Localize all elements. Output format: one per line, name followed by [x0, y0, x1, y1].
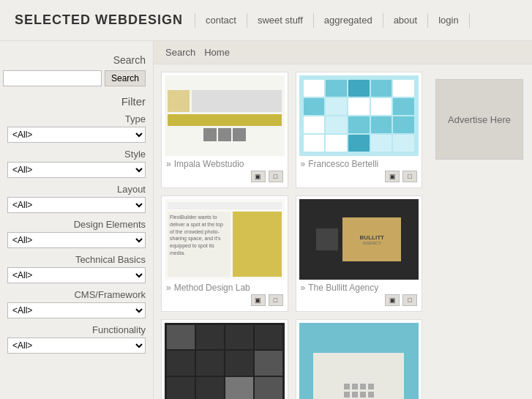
- thumb-detail: [168, 90, 282, 112]
- card-title-row-impala: »Impala Webstudio: [165, 156, 285, 171]
- search-input[interactable]: [3, 70, 102, 86]
- thumb-cell: [371, 80, 392, 97]
- filter-group-layout: Layout<All>: [7, 184, 146, 213]
- filter-label-style: Style: [7, 149, 146, 160]
- thumb-window: [344, 384, 350, 389]
- card-title-row-francesco: »Francesco Bertelli: [299, 156, 419, 171]
- thumb-cell: [304, 98, 325, 115]
- thumb-cell: [225, 377, 253, 399]
- breadcrumb-bar: SearchHome: [154, 41, 532, 64]
- card-preview-button[interactable]: ▣: [251, 171, 266, 182]
- card-actions-francesco: ▣□: [299, 171, 419, 184]
- filter-select-technical-basics[interactable]: <All>: [7, 267, 146, 283]
- gallery-card-dark-grid: ▣□: [161, 319, 288, 399]
- thumb-window: [360, 384, 366, 389]
- nav-item-aggregated[interactable]: aggregated: [314, 13, 383, 28]
- filter-label-type: Type: [7, 113, 146, 124]
- thumb-cell: [393, 98, 414, 115]
- card-title-bullitt[interactable]: The Bullitt Agency: [308, 283, 378, 293]
- filter-group-design-elements: Design Elements<All>: [7, 219, 146, 248]
- filter-select-cms-framework[interactable]: <All>: [7, 302, 146, 318]
- card-arrow-icon: »: [166, 283, 171, 293]
- thumb-detail: [168, 114, 282, 126]
- card-arrow-icon: »: [301, 283, 306, 293]
- thumb-cell: [255, 325, 282, 349]
- thumb-detail: [168, 90, 190, 112]
- filter-select-design-elements[interactable]: <All>: [7, 232, 146, 248]
- thumb-detail: [192, 90, 282, 112]
- site-title: SELECTED WEBDESIGN: [15, 12, 183, 28]
- advertise-label: Advertise Here: [448, 114, 511, 125]
- card-thumbnail-impala[interactable]: [165, 75, 285, 156]
- card-thumbnail-building[interactable]: [299, 323, 419, 399]
- filter-group-type: Type<All>: [7, 113, 146, 143]
- thumb-window: [344, 392, 350, 398]
- card-title-row-bullitt: »The Bullitt Agency: [299, 280, 419, 294]
- card-title-francesco[interactable]: Francesco Bertelli: [308, 159, 378, 169]
- card-fullscreen-button[interactable]: □: [402, 171, 417, 182]
- thumb-detail: [316, 228, 338, 250]
- nav-item-sweet-stuff[interactable]: sweet stuff: [247, 13, 314, 28]
- gallery-area: »Impala Webstudio▣□»Francesco Bertelli▣□…: [154, 64, 532, 399]
- thumb-cell: [255, 377, 282, 399]
- thumb-cell: [348, 116, 370, 133]
- nav-item-login[interactable]: login: [428, 13, 469, 28]
- card-thumbnail-bullitt[interactable]: BULLITT AGENCY: [299, 199, 419, 280]
- card-fullscreen-button[interactable]: □: [269, 294, 283, 306]
- card-preview-button[interactable]: ▣: [251, 294, 266, 306]
- card-thumbnail-method[interactable]: FlexiBuilder wants to deliver a spot at …: [165, 199, 285, 280]
- filter-group-technical-basics: Technical Basics<All>: [7, 254, 146, 283]
- thumb-window: [360, 392, 366, 398]
- thumb-cell: [167, 351, 195, 375]
- nav-item-about[interactable]: about: [383, 13, 429, 28]
- thumb-detail: [218, 128, 231, 141]
- thumb-window: [352, 384, 358, 389]
- thumb-cell: [167, 325, 195, 349]
- thumb-cell: [326, 80, 347, 97]
- gallery-card-bullitt: BULLITT AGENCY »The Bullitt Agency▣□: [296, 195, 423, 312]
- search-button[interactable]: Search: [105, 70, 146, 86]
- gallery-card-building: ▣□: [296, 319, 423, 399]
- thumb-detail: BULLITT AGENCY: [316, 217, 401, 261]
- right-sidebar: Advertise Here: [430, 72, 525, 399]
- sidebar: Search Search Filter Type<All>Style<All>…: [0, 41, 154, 399]
- thumb-cell: [371, 135, 392, 152]
- gallery-card-method: FlexiBuilder wants to deliver a spot at …: [161, 195, 288, 312]
- thumb-cell: [196, 325, 224, 349]
- filter-select-layout[interactable]: <All>: [7, 197, 146, 213]
- card-title-row-method: »Method Design Lab: [165, 280, 285, 294]
- card-title-method[interactable]: Method Design Lab: [174, 283, 250, 293]
- thumb-detail: FlexiBuilder wants to deliver a spot at …: [168, 212, 231, 277]
- thumb-cell: [304, 80, 325, 97]
- thumb-detail: AGENCY: [363, 241, 381, 245]
- thumb-cell: [371, 116, 392, 133]
- filter-select-style[interactable]: <All>: [7, 162, 146, 178]
- filter-label-functionality: Functionality: [7, 324, 146, 335]
- thumb-detail: [341, 381, 377, 399]
- content-area: SearchHome »Impala Webstudio▣□»Francesco…: [154, 41, 532, 399]
- card-thumbnail-francesco[interactable]: [299, 75, 419, 156]
- advertise-box[interactable]: Advertise Here: [435, 79, 523, 160]
- thumb-cell: [393, 80, 414, 97]
- card-preview-button[interactable]: ▣: [385, 171, 400, 182]
- gallery-card-francesco: »Francesco Bertelli▣□: [296, 72, 423, 188]
- thumb-cell: [167, 377, 195, 399]
- card-fullscreen-button[interactable]: □: [269, 171, 283, 182]
- filter-label-design-elements: Design Elements: [7, 219, 146, 230]
- thumb-cell: [393, 135, 414, 152]
- filter-select-functionality[interactable]: <All>: [7, 338, 146, 354]
- nav-item-contact[interactable]: contact: [195, 13, 247, 28]
- thumb-cell: [326, 116, 347, 133]
- thumb-detail: [233, 128, 246, 141]
- filter-select-type[interactable]: <All>: [7, 127, 146, 143]
- card-preview-button[interactable]: ▣: [385, 294, 400, 306]
- card-title-impala[interactable]: Impala Webstudio: [174, 159, 244, 169]
- card-thumbnail-dark-grid[interactable]: [165, 323, 285, 399]
- thumb-cell: [348, 80, 370, 97]
- breadcrumb-item-1[interactable]: Home: [204, 47, 230, 58]
- card-actions-bullitt: ▣□: [299, 294, 419, 308]
- card-fullscreen-button[interactable]: □: [402, 294, 417, 306]
- thumb-cell: [196, 351, 224, 375]
- thumb-cell: [348, 135, 370, 152]
- thumb-window: [368, 384, 374, 389]
